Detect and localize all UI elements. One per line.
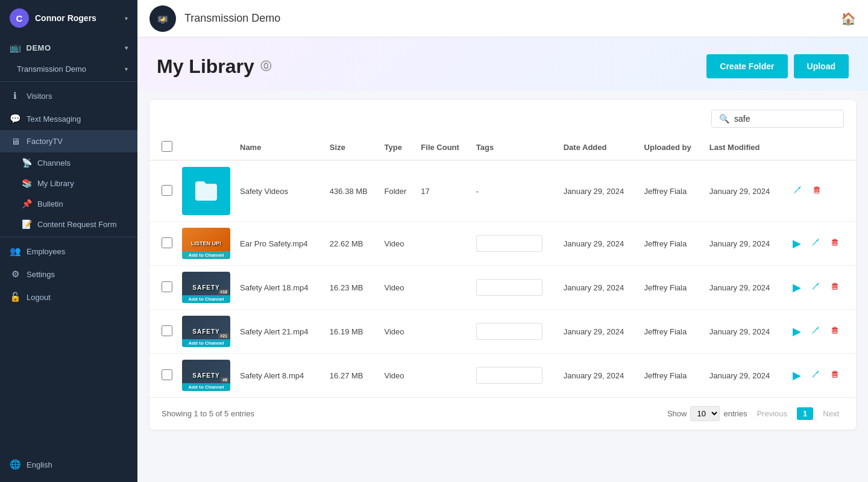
delete-button[interactable]	[828, 235, 842, 252]
help-icon[interactable]: ⓪	[260, 59, 271, 74]
upload-button[interactable]: Upload	[794, 54, 849, 78]
entries-per-page-select[interactable]: 10 25 50	[690, 406, 720, 421]
delete-button[interactable]	[828, 279, 842, 296]
file-type: Folder	[380, 160, 417, 222]
edit-button[interactable]	[790, 183, 805, 199]
date-added: January 29, 2024	[559, 354, 640, 398]
divider	[0, 237, 137, 237]
thumb-col	[177, 135, 235, 160]
create-folder-button[interactable]: Create Folder	[706, 54, 787, 78]
sidebar-item-demo[interactable]: 📺 DEMO ▾	[0, 36, 137, 59]
previous-button[interactable]: Previous	[752, 407, 792, 421]
add-to-channel-overlay[interactable]: Add to Channel	[182, 383, 230, 391]
select-all-checkbox[interactable]	[162, 141, 172, 152]
svg-point-5	[162, 18, 164, 20]
sidebar-item-logout[interactable]: 🔓 Logout	[0, 286, 137, 308]
select-all-col	[149, 135, 177, 160]
add-to-channel-overlay[interactable]: Add to Channel	[182, 339, 230, 347]
table-body: Safety Videos436.38 MBFolder17-January 2…	[149, 160, 856, 397]
edit-button[interactable]	[808, 279, 823, 296]
logo-svg	[154, 10, 171, 27]
delete-button[interactable]	[828, 367, 842, 384]
search-input[interactable]	[734, 114, 836, 124]
video-thumbnail: SAFETY #18 Add to Channel	[182, 272, 230, 303]
row-checkbox[interactable]	[162, 237, 172, 248]
sidebar-item-label: Content Request Form	[37, 220, 117, 229]
delete-button[interactable]	[828, 323, 842, 340]
actions-cell: ▶	[785, 310, 856, 354]
play-button[interactable]: ▶	[790, 234, 804, 252]
tags-input[interactable]	[476, 323, 542, 340]
page-header: My Library ⓪ Create Folder Upload	[137, 37, 868, 90]
play-button[interactable]: ▶	[790, 322, 804, 340]
sidebar-item-label: Employees	[27, 247, 65, 256]
tags-input[interactable]	[476, 279, 542, 296]
library-table: Name Size Type File Count Tags Date Adde…	[149, 135, 856, 397]
file-count	[416, 354, 471, 398]
row-checkbox[interactable]	[162, 281, 172, 292]
sidebar-item-transmission-demo[interactable]: Transmission Demo ▾	[0, 59, 137, 79]
row-checkbox[interactable]	[162, 369, 172, 380]
play-button[interactable]: ▶	[790, 366, 804, 384]
sidebar-item-visitors[interactable]: ℹ Visitors	[0, 84, 137, 107]
sidebar-item-label: Channels	[37, 158, 71, 167]
uploaded-by: Jeffrey Fiala	[640, 266, 705, 310]
next-button[interactable]: Next	[818, 407, 844, 421]
gear-icon: ⚙	[10, 269, 20, 280]
add-to-channel-overlay[interactable]: Add to Channel	[182, 295, 230, 303]
file-size: 22.62 MB	[325, 222, 380, 266]
table-footer: Showing 1 to 5 of 5 entries Show 10 25 5…	[149, 397, 856, 430]
tags-input[interactable]	[476, 367, 542, 384]
sidebar-item-my-library[interactable]: 📚 My Library	[0, 173, 137, 193]
bulletin-icon: 📌	[22, 199, 31, 208]
file-count	[416, 310, 471, 354]
action-buttons: ▶	[790, 234, 851, 252]
edit-button[interactable]	[808, 367, 823, 384]
sidebar-item-text-messaging[interactable]: 💬 Text Messaging	[0, 107, 137, 130]
last-modified: January 29, 2024	[705, 266, 785, 310]
transmission-demo-label: Transmission Demo	[17, 64, 86, 74]
tags-input[interactable]	[476, 235, 542, 252]
sidebar-item-settings[interactable]: ⚙ Settings	[0, 263, 137, 286]
uploaded-by: Jeffrey Fiala	[640, 160, 705, 222]
edit-button[interactable]	[808, 235, 823, 252]
page-title-container: My Library ⓪	[157, 55, 271, 78]
home-icon[interactable]: 🏠	[841, 11, 856, 26]
page-title: My Library	[157, 55, 254, 78]
sidebar-item-label: My Library	[37, 179, 74, 188]
row-checkbox[interactable]	[162, 325, 172, 336]
sidebar-item-bulletin[interactable]: 📌 Bulletin	[0, 193, 137, 214]
last-modified: January 29, 2024	[705, 222, 785, 266]
sidebar: C Connor Rogers ▾ 📺 DEMO ▾ Transmission …	[0, 0, 137, 482]
row-checkbox[interactable]	[162, 185, 172, 196]
sidebar-item-employees[interactable]: 👥 Employees	[0, 240, 137, 263]
thumbnail-cell	[177, 160, 235, 222]
svg-rect-13	[835, 241, 837, 245]
folder-icon	[192, 177, 221, 205]
sidebar-item-channels[interactable]: 📡 Channels	[0, 152, 137, 173]
date-added: January 29, 2024	[559, 266, 640, 310]
add-to-channel-overlay[interactable]: Add to Channel	[182, 251, 230, 259]
col-name: Name	[235, 135, 325, 160]
svg-rect-27	[834, 373, 835, 377]
row-checkbox-cell	[149, 160, 177, 222]
play-button[interactable]: ▶	[790, 278, 804, 296]
language-icon: 🌐	[10, 459, 20, 470]
edit-button[interactable]	[808, 323, 823, 340]
action-buttons: ▶	[790, 366, 851, 384]
thumbnail-cell: SAFETY #18 Add to Channel	[177, 266, 235, 310]
edit-icon	[811, 369, 820, 379]
sidebar-user[interactable]: C Connor Rogers ▾	[0, 0, 137, 36]
sidebar-item-content-request-form[interactable]: 📝 Content Request Form	[0, 214, 137, 234]
video-thumbnail: SAFETY #8 Add to Channel	[182, 360, 230, 391]
tv-icon: 📺	[10, 42, 22, 53]
file-name: Safety Alert 8.mp4	[235, 354, 325, 398]
monitor-icon: 🖥	[10, 136, 20, 146]
current-page: 1	[797, 407, 813, 420]
folder-thumbnail	[182, 167, 230, 215]
sidebar-item-factorytv[interactable]: 🖥 FactoryTV	[0, 130, 137, 152]
topbar: Transmission Demo 🏠	[137, 0, 868, 37]
delete-button[interactable]	[810, 183, 824, 199]
page-actions: Create Folder Upload	[706, 54, 849, 78]
sidebar-item-language[interactable]: 🌐 English	[0, 453, 137, 476]
